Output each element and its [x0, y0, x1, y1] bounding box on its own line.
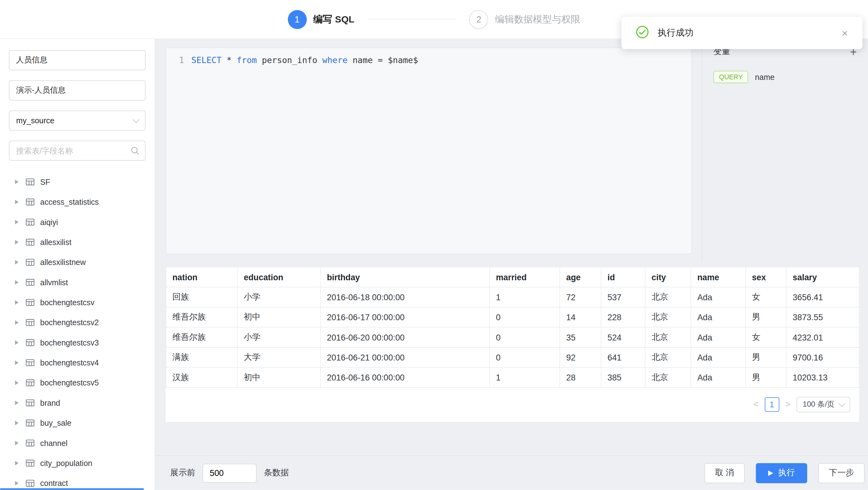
model-name-input[interactable] [9, 50, 146, 70]
table-tree-item[interactable]: access_statistics [9, 192, 146, 212]
next-page-icon[interactable]: > [785, 400, 790, 409]
column-header: city [645, 267, 691, 287]
step-1[interactable]: 1 编写 SQL [288, 10, 354, 29]
table-name: aiqiyi [40, 218, 58, 226]
table-cell: 小学 [238, 327, 320, 347]
caret-right-icon[interactable] [15, 361, 19, 365]
table-cell: 2016-06-20 00:00:00 [320, 327, 490, 347]
table-cell: 28 [560, 367, 601, 387]
table-tree-item[interactable]: bochengtestcsv4 [9, 353, 146, 373]
datasource-select[interactable]: my_source [9, 111, 146, 130]
table-tree-item[interactable]: bochengtestcsv [9, 293, 146, 312]
caret-right-icon[interactable] [15, 220, 19, 224]
table-cell: 2016-06-16 00:00:00 [320, 367, 490, 387]
table-cell: 北京 [645, 287, 691, 307]
column-header: education [238, 267, 320, 287]
table-name: bochengtestcsv5 [40, 378, 99, 387]
table-tree-item[interactable]: allvmlist [9, 272, 146, 292]
table-tree-item[interactable]: SF [9, 172, 146, 192]
close-icon[interactable]: × [842, 28, 848, 38]
table-tree-item[interactable]: allesxilist [9, 232, 146, 252]
page-size-select[interactable]: 100 条/页 [797, 397, 850, 412]
prev-page-icon[interactable]: < [753, 400, 758, 409]
chevron-down-icon [133, 117, 139, 123]
table-name: channel [40, 438, 68, 448]
caret-right-icon[interactable] [15, 280, 19, 285]
table-row: 回族小学2016-06-18 00:00:00172537北京Ada女3656.… [166, 287, 859, 307]
table-cell: 北京 [645, 307, 691, 327]
results-body: 回族小学2016-06-18 00:00:00172537北京Ada女3656.… [166, 287, 859, 388]
next-step-button[interactable]: 下一步 [818, 463, 865, 483]
table-name: access_statistics [40, 197, 99, 207]
sidebar-scrollbar[interactable] [0, 488, 144, 490]
caret-right-icon[interactable] [15, 260, 19, 264]
sql-token: SELECT [191, 55, 221, 65]
table-cell: 14 [560, 307, 601, 327]
caret-right-icon[interactable] [15, 401, 19, 405]
table-icon [26, 479, 35, 488]
column-header: age [560, 267, 601, 287]
table-tree-item[interactable]: city_population [9, 453, 146, 473]
table-cell: 女 [746, 287, 786, 307]
page-number[interactable]: 1 [765, 397, 779, 412]
step-2-circle: 2 [469, 10, 488, 29]
caret-right-icon[interactable] [15, 300, 19, 305]
table-tree-item[interactable]: channel [9, 433, 146, 453]
caret-right-icon[interactable] [15, 240, 19, 244]
table-row: 汉族初中2016-06-16 00:00:00128385北京Ada男10203… [166, 367, 859, 387]
column-header: sex [746, 267, 786, 287]
table-row: 维吾尔族小学2016-06-20 00:00:00035524北京Ada女423… [166, 327, 859, 347]
caret-right-icon[interactable] [15, 441, 19, 445]
table-tree-item[interactable]: bochengtestcsv2 [9, 312, 146, 332]
table-cell: 初中 [238, 367, 320, 387]
caret-right-icon[interactable] [15, 340, 19, 345]
variable-item[interactable]: QUERY name [714, 71, 857, 83]
pagination: < 1 > 100 条/页 [166, 397, 850, 412]
table-cell: 3656.41 [786, 287, 859, 307]
table-name: bochengtestcsv4 [40, 358, 99, 367]
table-cell: 初中 [238, 307, 320, 327]
table-name: city_population [40, 459, 92, 468]
step-2[interactable]: 2 编辑数据模型与权限 [469, 10, 580, 29]
table-icon [26, 438, 35, 448]
table-tree-item[interactable]: contract [9, 473, 146, 490]
table-tree-item[interactable]: bochengtestcsv3 [9, 333, 146, 353]
table-icon [26, 318, 35, 327]
execute-button[interactable]: 执行 [756, 463, 807, 483]
table-cell: Ada [691, 327, 745, 347]
table-tree-item[interactable]: allesxilistnew [9, 252, 146, 272]
table-row: 维吾尔族初中2016-06-17 00:00:00014228北京Ada男387… [166, 307, 859, 327]
sql-code: SELECT * from person_info where name = $… [191, 55, 418, 66]
table-tree-item[interactable]: bochengtestcsv5 [9, 373, 146, 393]
table-cell: 1 [490, 287, 560, 307]
table-cell: 男 [746, 367, 786, 387]
cancel-button[interactable]: 取 消 [705, 463, 745, 483]
caret-right-icon[interactable] [15, 180, 19, 184]
row-limit-input[interactable] [203, 463, 256, 483]
column-header: birthday [320, 267, 490, 287]
table-cell: 3873.55 [786, 307, 859, 327]
table-cell: 1 [490, 367, 560, 387]
caret-right-icon[interactable] [15, 481, 19, 485]
variable-type-badge: QUERY [714, 71, 748, 83]
variable-name: name [755, 72, 775, 82]
model-display-name-input[interactable] [9, 80, 146, 100]
table-tree-item[interactable]: buy_sale [9, 413, 146, 433]
table-cell: 524 [601, 327, 645, 347]
caret-right-icon[interactable] [15, 320, 19, 325]
table-cell: 10203.13 [786, 367, 859, 387]
search-input[interactable] [9, 141, 146, 161]
execute-button-label: 执行 [778, 467, 795, 478]
caret-right-icon[interactable] [15, 421, 19, 425]
table-tree-item[interactable]: aiqiyi [9, 212, 146, 232]
table-icon [26, 459, 35, 468]
sql-token: name = $name$ [348, 55, 418, 65]
step-2-number: 2 [476, 14, 482, 24]
main-panel: 1 SELECT * from person_info where name =… [155, 39, 868, 490]
caret-right-icon[interactable] [15, 380, 19, 385]
caret-right-icon[interactable] [15, 200, 19, 204]
table-tree-item[interactable]: brand [9, 393, 146, 413]
table-cell: 72 [560, 287, 601, 307]
sql-editor[interactable]: 1 SELECT * from person_info where name =… [166, 48, 692, 254]
caret-right-icon[interactable] [15, 461, 19, 465]
